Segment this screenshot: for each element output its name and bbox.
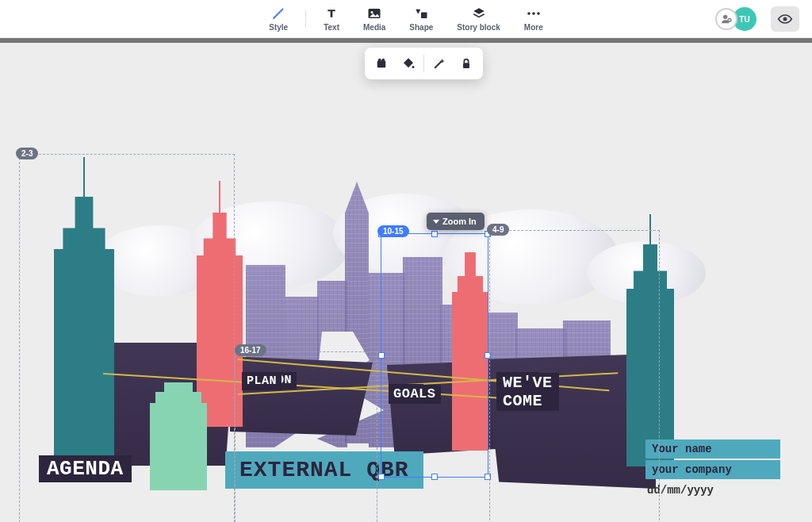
svg-rect-9: [377, 60, 386, 67]
story-block-tool[interactable]: Story block: [446, 2, 511, 35]
name-field[interactable]: Your name: [645, 439, 780, 459]
text-label: Text: [324, 23, 339, 32]
selection-badge: 2-3: [16, 148, 38, 159]
tower-coral-right: [452, 252, 488, 451]
tower-teal-left: [54, 197, 114, 459]
floating-toolbar: [365, 48, 483, 79]
title-banner[interactable]: EXTERNAL QBR: [225, 451, 423, 489]
preview-button[interactable]: [771, 6, 799, 32]
magic-wand-icon: [432, 56, 446, 71]
svg-point-10: [378, 59, 381, 62]
add-user-avatar[interactable]: [715, 8, 737, 30]
svg-point-12: [412, 66, 415, 68]
shape-label: Shape: [409, 23, 433, 32]
bucket-tool[interactable]: [395, 52, 422, 75]
svg-point-6: [723, 15, 727, 19]
svg-point-11: [381, 59, 385, 62]
media-label: Media: [363, 23, 385, 32]
fill-color-tool[interactable]: [368, 52, 395, 75]
svg-point-4: [532, 12, 535, 15]
style-tool[interactable]: Style: [258, 2, 299, 35]
tower-mint: [150, 403, 207, 490]
style-label: Style: [269, 23, 288, 32]
tower-coral-left: [197, 213, 243, 427]
palette-icon: [374, 56, 389, 71]
lock-tool[interactable]: [453, 52, 480, 75]
paint-bucket-icon: [401, 56, 416, 71]
svg-rect-13: [463, 63, 469, 68]
shapes-icon: [414, 6, 428, 21]
canvas[interactable]: AGENDA ACTION PLAN NEW GOALS HOW FAR WE'…: [0, 43, 812, 522]
shape-tool[interactable]: Shape: [398, 2, 444, 35]
action-plan-line2: PLAN: [242, 373, 282, 390]
company-field[interactable]: your company: [645, 460, 780, 479]
layers-icon: [472, 6, 486, 21]
avatar-stack[interactable]: TU: [715, 7, 756, 31]
more-label: More: [524, 23, 543, 32]
selection-badge: 16-17: [235, 344, 266, 356]
selection-badge: 4-9: [487, 224, 509, 236]
svg-point-1: [371, 11, 373, 13]
story-block-label: Story block: [457, 23, 500, 32]
media-tool[interactable]: Media: [352, 2, 396, 35]
chevron-down-icon: [433, 220, 439, 224]
toolbar-divider: [305, 10, 306, 28]
more-tool[interactable]: More: [513, 2, 554, 35]
float-divider: [423, 55, 424, 72]
more-icon: [527, 6, 541, 21]
wand-tool[interactable]: [426, 52, 453, 75]
tower-teal-right: [626, 244, 674, 466]
agenda-label[interactable]: AGENDA: [39, 455, 132, 482]
svg-rect-2: [421, 13, 427, 19]
top-toolbar: Style Text Media Shape Story block: [0, 0, 812, 38]
zoom-label: Zoom In: [442, 217, 477, 226]
info-panel: Your name your company dd/mm/yyyy: [645, 439, 780, 497]
image-icon: [367, 6, 381, 21]
eye-icon: [777, 13, 793, 25]
svg-point-5: [537, 12, 540, 15]
lock-icon: [460, 56, 473, 71]
svg-point-8: [783, 17, 787, 21]
text-icon: [325, 6, 338, 21]
brush-icon: [271, 6, 285, 21]
how-far-line2: WE'VE COME: [496, 373, 559, 411]
text-tool[interactable]: Text: [312, 2, 350, 35]
svg-point-3: [527, 12, 530, 15]
zoom-in-button[interactable]: Zoom In: [427, 213, 485, 230]
new-goals-line2: GOALS: [389, 385, 441, 404]
selection-badge-active: 10-15: [377, 225, 409, 237]
date-field[interactable]: dd/mm/yyyy: [645, 481, 780, 497]
